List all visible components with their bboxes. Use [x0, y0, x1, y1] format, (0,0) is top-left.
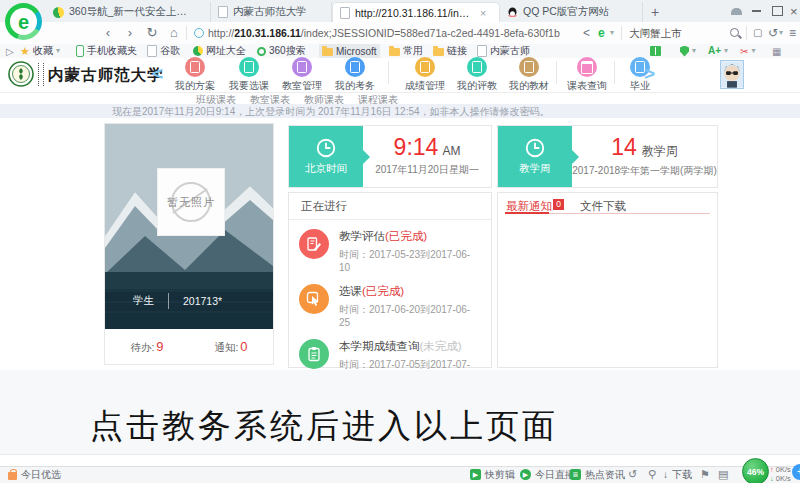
- forward-icon[interactable]: ›: [122, 22, 138, 44]
- share-icon[interactable]: <: [583, 22, 590, 44]
- semester-label: 2017-2018学年第一学期(两学期): [572, 164, 716, 178]
- nav-item-classroom[interactable]: 教室管理: [274, 57, 330, 93]
- divider: [556, 61, 557, 84]
- nav-item-evaluation[interactable]: 我的评教: [449, 57, 505, 93]
- live-today-button[interactable]: ▶今日直播: [520, 466, 575, 483]
- bookmark-folder-microsoft[interactable]: Microsoft: [319, 44, 380, 58]
- nav-item-graduation[interactable]: 毕业: [612, 57, 668, 93]
- task-teaching-evaluation[interactable]: 教学评估(已完成) 时间：2017-05-23到2017-06-10: [289, 220, 491, 275]
- nav-item-textbook[interactable]: 我的教材: [501, 57, 557, 93]
- upload-arrow-icon: ↑: [770, 465, 774, 474]
- teaching-week-card: 教学周 14教学周 2017-2018学年第一学期(两学期): [497, 125, 718, 188]
- profile-counters: 待办:9 通知:0: [105, 329, 273, 364]
- refresh-icon[interactable]: ↻: [144, 22, 160, 44]
- exam-icon: [345, 57, 365, 77]
- pin-icon[interactable]: ⚲: [648, 466, 656, 483]
- new-tab-button[interactable]: +: [643, 2, 667, 22]
- printer-icon[interactable]: ▤: [718, 466, 728, 483]
- student-id: 201713*: [183, 295, 222, 307]
- apps-grid-icon[interactable]: ▦: [772, 44, 781, 58]
- quick-clip-button[interactable]: ▶快剪辑: [470, 466, 515, 483]
- current-time: 9:14: [394, 134, 439, 160]
- browser-e-icon[interactable]: e: [598, 22, 605, 44]
- translate-icon[interactable]: A+▾: [708, 44, 728, 58]
- tab-file-downloads[interactable]: 文件下载: [580, 199, 626, 214]
- todo-counter[interactable]: 待办:9: [130, 339, 163, 355]
- menu-icon[interactable]: ≡: [789, 22, 796, 44]
- bookmark-google[interactable]: 谷歌: [147, 44, 180, 58]
- home-icon[interactable]: ⌂: [166, 22, 182, 44]
- close-button[interactable]: ×: [790, 0, 798, 22]
- nav-item-exam[interactable]: 我的考务: [327, 57, 383, 93]
- profile-role: 学生: [133, 294, 154, 308]
- maximize-button[interactable]: [772, 0, 783, 22]
- plan-icon: [185, 57, 205, 77]
- today-picks-button[interactable]: 今日优选: [8, 466, 61, 483]
- notify-counter[interactable]: 通知:0: [214, 339, 247, 355]
- tab-underline-active: [505, 212, 549, 214]
- course-select-icon: [239, 57, 259, 77]
- site-status-icon[interactable]: [194, 28, 204, 38]
- page-icon: [147, 45, 157, 57]
- bookmark-folder-links[interactable]: 链接: [433, 44, 467, 58]
- mongolian-script: [38, 63, 44, 86]
- no-photo-placeholder: 暂无照片: [157, 168, 225, 236]
- bookmark-nmgsd[interactable]: 内蒙古师: [477, 44, 530, 58]
- star-icon: ★: [20, 44, 30, 58]
- bookmark-folder-common[interactable]: 常用: [389, 44, 423, 58]
- notice-count-badge: 0: [553, 199, 564, 210]
- status-pending: (未完成): [420, 340, 462, 352]
- history-icon[interactable]: ↺: [628, 466, 637, 483]
- flag-icon[interactable]: ⚑: [700, 466, 710, 483]
- task-course-selection[interactable]: 选课(已完成) 时间：2017-06-20到2017-06-25: [289, 275, 491, 330]
- status-done: (已完成): [362, 285, 404, 297]
- address-input[interactable]: http://210.31.186.11/index;JSESSIONID=58…: [208, 22, 560, 44]
- hot-search-text[interactable]: 大闸蟹上市: [629, 22, 682, 44]
- minimize-button[interactable]: [752, 0, 761, 22]
- nav-item-timetable[interactable]: 课表查询: [559, 57, 615, 93]
- grades-icon: [415, 57, 435, 77]
- login-notice-text: 现在是2017年11月20日9:14，上次登录时间为 2017年11月16日 1…: [112, 105, 550, 119]
- dictionary-icon[interactable]: [650, 44, 661, 58]
- tab-strip: 360导航_新一代安全上网导航 内蒙古师范大学 http://210.31.18…: [46, 2, 667, 22]
- hot-news-button[interactable]: ≣热点资讯: [570, 466, 625, 483]
- download-arrow-icon: ↓: [770, 474, 774, 483]
- timetable-icon: [577, 57, 597, 77]
- beijing-time-card: 北京时间 9:14AM 2017年11月20日星期一: [288, 125, 492, 188]
- nav-item-my-plan[interactable]: 我的方案: [167, 57, 223, 93]
- nav-scroll-left-icon[interactable]: <: [152, 61, 163, 87]
- news-icon: ≣: [570, 469, 581, 480]
- back-icon[interactable]: ‹: [100, 22, 116, 44]
- speedup-ball[interactable]: 46%: [742, 458, 769, 483]
- annotation-caption: 点击教务系统后进入以上页面: [90, 404, 558, 449]
- undo-icon[interactable]: ↺: [768, 22, 778, 44]
- theme-hat-icon[interactable]: [731, 0, 742, 22]
- bookmark-360-search[interactable]: 360搜索: [257, 44, 306, 58]
- tab-close-icon[interactable]: ×: [480, 7, 486, 19]
- bookmark-mobile-favorites[interactable]: 手机收藏夹: [76, 44, 137, 58]
- shield-icon[interactable]: ▾: [680, 44, 696, 58]
- avatar[interactable]: [720, 60, 744, 91]
- chevron-down-icon[interactable]: ▾: [779, 22, 783, 44]
- chevron-down-icon[interactable]: ▾: [610, 22, 614, 44]
- tab-active-portal[interactable]: http://210.31.186.11/index;JSE ×: [332, 2, 500, 22]
- live-icon: ▶: [520, 469, 531, 480]
- browser-logo-icon[interactable]: e: [5, 3, 42, 40]
- textbook-icon: [519, 57, 539, 77]
- search-icon[interactable]: [730, 28, 739, 37]
- bookmark-favorites[interactable]: ★ 收藏 ▾: [20, 44, 60, 58]
- tab-qq[interactable]: QQ PC版官方网站: [500, 2, 643, 22]
- profile-photo-background: 暂无照片 学生 201713*: [105, 124, 273, 329]
- 360-nav-icon: [53, 7, 64, 18]
- screenshot-scissors-icon[interactable]: ✂▾: [740, 44, 755, 58]
- evaluation-icon: [467, 57, 487, 77]
- nav-item-grades[interactable]: 成绩管理: [397, 57, 453, 93]
- nav-scroll-right-icon[interactable]: >: [644, 61, 655, 87]
- bookmark-url-collection[interactable]: 网址大全: [193, 44, 246, 58]
- tab-360-nav[interactable]: 360导航_新一代安全上网导航: [46, 2, 211, 22]
- collapse-icon[interactable]: ▷: [6, 44, 14, 58]
- tab-university[interactable]: 内蒙古师范大学: [211, 2, 332, 22]
- cursor-icon: [299, 284, 329, 314]
- nav-item-course-select[interactable]: 我要选课: [221, 57, 277, 93]
- download-button[interactable]: ↓下载: [663, 466, 692, 483]
